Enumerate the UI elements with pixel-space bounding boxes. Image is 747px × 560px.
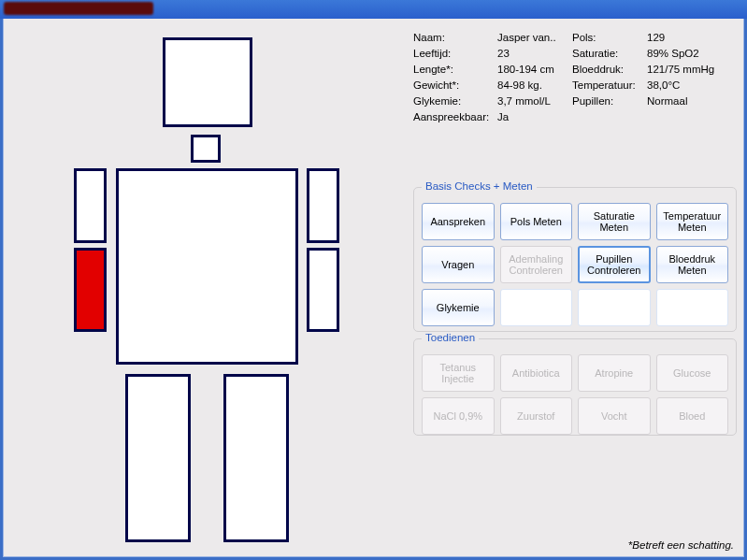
pols-meten-button[interactable]: Pols Meten	[500, 203, 573, 240]
info-value: 23	[497, 46, 572, 62]
info-value: 3,7 mmol/L	[497, 93, 572, 109]
info-label: Temperatuur:	[572, 78, 647, 93]
info-label	[572, 109, 647, 125]
body-lower-right-arm[interactable]	[307, 248, 339, 332]
info-label: Gewicht*:	[413, 78, 497, 93]
info-value: 38,0°C	[647, 78, 731, 93]
saturatie-meten-button[interactable]: Saturatie Meten	[578, 203, 651, 240]
bloed-button: Bloed	[656, 397, 729, 435]
footer-note: *Betreft een schatting.	[628, 539, 734, 551]
antibiotica-button: Antibiotica	[500, 354, 573, 392]
info-value: Jasper van..	[497, 30, 572, 46]
nacl-0-9--button: NaCl 0,9%	[422, 397, 495, 435]
info-value: 180-194 cm	[497, 62, 572, 78]
body-torso[interactable]	[116, 168, 298, 365]
info-label: Pupillen:	[572, 93, 647, 109]
body-head[interactable]	[163, 37, 252, 127]
info-label: Bloeddruk:	[572, 62, 647, 78]
window-body: Naam:Jasper van..Pols:129 Leeftijd:23Sat…	[3, 19, 744, 557]
info-label: Pols:	[572, 30, 647, 46]
window-titlebar	[0, 0, 747, 19]
info-value: 129	[647, 30, 731, 46]
ademhaling-controleren-button: Ademhaling Controleren	[500, 246, 573, 283]
temperatuur-meten-button[interactable]: Temperatuur Meten	[656, 203, 729, 240]
info-value: Normaal	[647, 93, 731, 109]
body-upper-right-arm[interactable]	[307, 168, 339, 243]
body-neck[interactable]	[191, 135, 221, 163]
group-legend: Toedienen	[422, 332, 479, 343]
empty-button-slot	[578, 289, 651, 326]
info-label: Saturatie:	[572, 46, 647, 62]
info-label: Glykemie:	[413, 93, 497, 109]
info-value: 121/75 mmHg	[647, 62, 731, 78]
vocht-button: Vocht	[578, 397, 651, 435]
group-toedienen: Toedienen Tetanus InjectieAntibioticaAtr…	[413, 338, 737, 436]
glykemie-button[interactable]: Glykemie	[422, 289, 495, 326]
empty-button-slot	[656, 289, 729, 326]
tetanus-injectie-button: Tetanus Injectie	[422, 354, 495, 392]
info-label: Aanspreekbaar:	[413, 109, 497, 125]
info-value: Ja	[497, 109, 572, 125]
group-legend: Basis Checks + Meten	[422, 180, 537, 192]
info-label: Leeftijd:	[413, 46, 497, 62]
glucose-button: Glucose	[656, 354, 729, 392]
body-upper-left-arm[interactable]	[74, 168, 107, 243]
info-value	[647, 109, 731, 125]
empty-button-slot	[500, 289, 573, 326]
body-left-leg[interactable]	[125, 374, 191, 542]
aanspreken-button[interactable]: Aanspreken	[422, 203, 495, 240]
info-value: 89% SpO2	[647, 46, 731, 62]
info-label: Naam:	[413, 30, 497, 46]
body-figure	[32, 28, 350, 552]
window-title-redacted	[4, 2, 153, 15]
info-value: 84-98 kg.	[497, 78, 572, 93]
body-right-leg[interactable]	[223, 374, 289, 542]
body-lower-left-arm[interactable]	[74, 248, 107, 332]
patient-info: Naam:Jasper van..Pols:129 Leeftijd:23Sat…	[413, 30, 736, 125]
atropine-button: Atropine	[578, 354, 651, 392]
bloeddruk-meten-button[interactable]: Bloeddruk Meten	[656, 246, 729, 283]
vragen-button[interactable]: Vragen	[422, 246, 495, 283]
pupillen-controleren-button[interactable]: Pupillen Controleren	[578, 246, 651, 283]
group-basis-checks: Basis Checks + Meten AansprekenPols Mete…	[413, 187, 737, 332]
info-label: Lengte*:	[413, 62, 497, 78]
zuurstof-button: Zuurstof	[500, 397, 573, 435]
